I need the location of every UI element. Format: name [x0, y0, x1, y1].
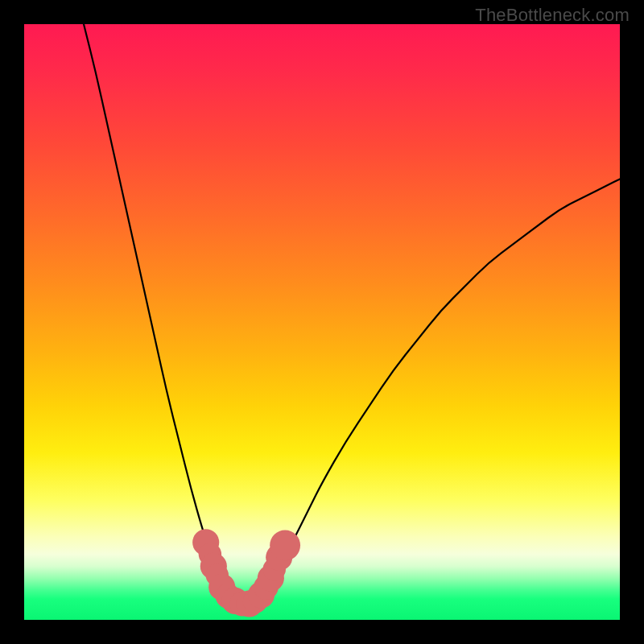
- chart-frame: TheBottleneck.com: [0, 0, 644, 644]
- curve-left: [84, 24, 227, 596]
- curve-left-path: [84, 24, 227, 596]
- markers-group: [192, 529, 300, 617]
- plot-area: [24, 24, 620, 620]
- curve-right-path: [262, 179, 620, 596]
- marker-dot: [270, 530, 300, 561]
- curve-right: [262, 179, 620, 596]
- curves-svg: [24, 24, 620, 620]
- watermark-label: TheBottleneck.com: [475, 5, 630, 26]
